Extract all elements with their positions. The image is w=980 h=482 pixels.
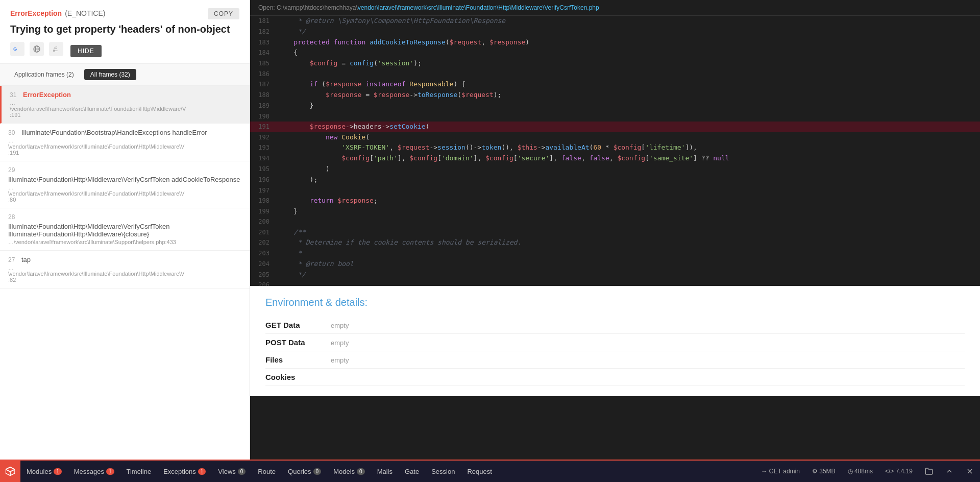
frame-item[interactable]: 28 Illuminate\Foundation\Http\Middleware… bbox=[0, 208, 250, 251]
env-value: empty bbox=[331, 339, 349, 347]
queries-badge: 0 bbox=[313, 468, 322, 475]
code-line: 185 $config = config('session'); bbox=[250, 58, 980, 69]
code-line: 194 $config['path'], $config['domain'], … bbox=[250, 153, 980, 164]
code-viewer: 181 * @return \Symfony\Component\HttpFou… bbox=[250, 16, 980, 286]
frame-item[interactable]: 27 tap …\vendor\laravel\framework\src\Il… bbox=[0, 251, 250, 288]
env-title: Environment & details: bbox=[265, 297, 965, 308]
code-line: 201 /** bbox=[250, 227, 980, 238]
file-path-bar: Open: C:\xampp\htdocs\hemchhaya\vendor\l… bbox=[250, 0, 980, 16]
frame-item[interactable]: 30 Illuminate\Foundation\Bootstrap\Handl… bbox=[0, 124, 250, 161]
code-line: 204 * @return bool bbox=[250, 259, 980, 270]
env-row: Cookies bbox=[265, 369, 965, 386]
toolbar-gate[interactable]: Gate bbox=[399, 460, 425, 482]
code-line: 199 } bbox=[250, 206, 980, 217]
code-area: 181 * @return \Symfony\Component\HttpFou… bbox=[250, 16, 980, 286]
toolbar-route[interactable]: Route bbox=[252, 460, 282, 482]
google-icon[interactable]: G bbox=[10, 42, 24, 56]
toolbar-get-admin[interactable]: → GET admin bbox=[755, 460, 806, 482]
browser-icon[interactable] bbox=[30, 42, 44, 56]
svg-rect-5 bbox=[54, 51, 58, 51]
frame-item[interactable]: 31 ErrorException …\vendor\laravel\frame… bbox=[0, 86, 250, 124]
frame-path: …\vendor\laravel\framework\src\Illuminat… bbox=[8, 239, 241, 245]
toolbar-modules[interactable]: Modules 1 bbox=[20, 460, 68, 482]
code-line: 206 ... bbox=[250, 280, 980, 286]
code-line-highlighted: 191 $response->headers->setCookie( bbox=[250, 122, 980, 132]
open-label: Open: bbox=[258, 4, 277, 11]
frame-class: Illuminate\Foundation\Http\Middleware\Ve… bbox=[8, 223, 241, 238]
code-line: 198 return $response; bbox=[250, 196, 980, 206]
code-line: 189 } bbox=[250, 101, 980, 111]
frame-path: …\vendor\laravel\framework\src\Illuminat… bbox=[10, 100, 241, 118]
frame-class: tap bbox=[21, 256, 31, 263]
stackoverflow-icon[interactable] bbox=[49, 42, 63, 56]
code-line: 190 bbox=[250, 111, 980, 122]
code-line: 182 */ bbox=[250, 27, 980, 37]
code-line: 202 * Determine if the cookie contents s… bbox=[250, 237, 980, 248]
toolbar-right: → GET admin ⚙ 35MB ◷ 488ms </> 7.4.19 bbox=[755, 460, 980, 482]
frame-number: 28 bbox=[8, 213, 19, 221]
code-line: 193 'XSRF-TOKEN', $request->session()->t… bbox=[250, 142, 980, 153]
frame-number: 27 bbox=[8, 256, 19, 263]
toolbar-timeline[interactable]: Timeline bbox=[120, 460, 158, 482]
svg-rect-6 bbox=[54, 48, 57, 49]
toolbar-queries[interactable]: Queries 0 bbox=[282, 460, 327, 482]
toolbar-close-icon[interactable] bbox=[960, 460, 980, 482]
frame-number: 31 bbox=[10, 91, 21, 99]
toolbar-expand-icon[interactable] bbox=[939, 460, 960, 482]
toolbar-mails[interactable]: Mails bbox=[371, 460, 399, 482]
code-line: 200 bbox=[250, 216, 980, 227]
toolbar-memory[interactable]: ⚙ 35MB bbox=[806, 460, 842, 482]
app-frames-button[interactable]: Application frames (2) bbox=[8, 69, 80, 80]
messages-badge: 1 bbox=[106, 468, 114, 475]
code-line: 181 * @return \Symfony\Component\HttpFou… bbox=[250, 16, 980, 27]
code-line: 192 new Cookie( bbox=[250, 132, 980, 143]
env-key: Files bbox=[265, 355, 327, 364]
exceptions-badge: 1 bbox=[198, 468, 206, 475]
toolbar-models[interactable]: Models 0 bbox=[327, 460, 371, 482]
toolbar-request[interactable]: Request bbox=[461, 460, 498, 482]
code-line: 205 */ bbox=[250, 270, 980, 280]
error-message: Trying to get property 'headers' of non-… bbox=[10, 22, 239, 36]
env-row: Files empty bbox=[265, 351, 965, 369]
code-line: 203 * bbox=[250, 248, 980, 259]
frame-number: 30 bbox=[8, 129, 19, 136]
env-key: Cookies bbox=[265, 373, 327, 381]
frames-list: 31 ErrorException …\vendor\laravel\frame… bbox=[0, 86, 250, 482]
bottom-toolbar: Modules 1 Messages 1 Timeline Exceptions… bbox=[0, 460, 980, 482]
code-line: 196 ); bbox=[250, 175, 980, 185]
error-icons-bar: G HIDE bbox=[10, 41, 239, 57]
environment-section: Environment & details: GET Data empty PO… bbox=[250, 286, 980, 396]
env-value: empty bbox=[331, 322, 349, 329]
models-badge: 0 bbox=[357, 468, 365, 475]
hide-button[interactable]: HIDE bbox=[70, 45, 102, 57]
env-value: empty bbox=[331, 356, 349, 364]
error-header: ErrorException (E_NOTICE) COPY Trying to… bbox=[0, 0, 250, 64]
svg-rect-7 bbox=[54, 46, 57, 47]
frame-item[interactable]: 29 Illuminate\Foundation\Http\Middleware… bbox=[0, 161, 250, 208]
toolbar-folder-icon[interactable] bbox=[919, 460, 939, 482]
toolbar-views[interactable]: Views 0 bbox=[212, 460, 252, 482]
frame-number: 29 bbox=[8, 166, 19, 174]
copy-button[interactable]: COPY bbox=[208, 8, 239, 19]
code-line: 197 bbox=[250, 185, 980, 196]
frame-class: Illuminate\Foundation\Http\Middleware\Ve… bbox=[8, 176, 240, 183]
toolbar-exceptions[interactable]: Exceptions 1 bbox=[157, 460, 212, 482]
code-line: 184 { bbox=[250, 47, 980, 58]
toolbar-messages[interactable]: Messages 1 bbox=[68, 460, 120, 482]
frame-path: …\vendor\laravel\framework\src\Illuminat… bbox=[8, 264, 241, 283]
toolbar-time[interactable]: ◷ 488ms bbox=[842, 460, 879, 482]
toolbar-session[interactable]: Session bbox=[425, 460, 461, 482]
env-key: GET Data bbox=[265, 321, 327, 329]
all-frames-button[interactable]: All frames (32) bbox=[84, 69, 136, 80]
svg-text:G: G bbox=[13, 46, 17, 52]
error-type: ErrorException bbox=[10, 9, 62, 17]
toolbar-php-version[interactable]: </> 7.4.19 bbox=[879, 460, 919, 482]
code-line: 195 ) bbox=[250, 164, 980, 175]
env-key: POST Data bbox=[265, 338, 327, 347]
toolbar-logo bbox=[0, 460, 20, 482]
env-row: POST Data empty bbox=[265, 334, 965, 351]
frame-path: …\vendor\laravel\framework\src\Illuminat… bbox=[8, 137, 241, 156]
modules-badge: 1 bbox=[54, 468, 62, 475]
code-line: 187 if ($response instanceof Responsable… bbox=[250, 79, 980, 90]
error-notice: (E_NOTICE) bbox=[65, 9, 105, 17]
